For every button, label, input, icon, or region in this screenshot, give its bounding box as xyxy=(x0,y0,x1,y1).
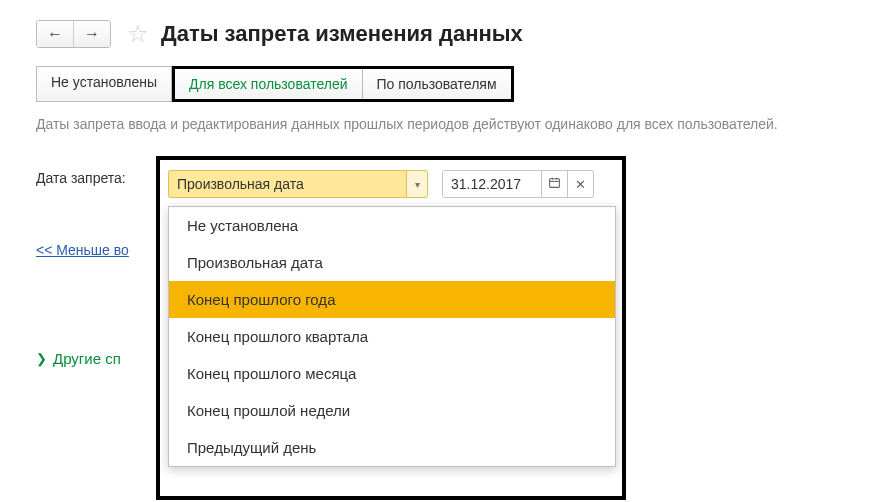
tabs-highlight-annotation: Для всех пользователей По пользователям xyxy=(172,66,513,102)
favorite-star-icon[interactable]: ☆ xyxy=(127,20,149,48)
calendar-button[interactable] xyxy=(542,170,568,198)
chevron-right-icon: ❯ xyxy=(36,351,47,366)
page-title: Даты запрета изменения данных xyxy=(161,21,523,47)
other-ways-label: Другие сп xyxy=(53,350,121,367)
tab-by-users[interactable]: По пользователям xyxy=(362,69,511,99)
dropdown-option[interactable]: Произвольная дата xyxy=(169,244,615,281)
nav-buttons: ← → xyxy=(36,20,111,48)
description-text: Даты запрета ввода и редактирования данн… xyxy=(36,116,860,132)
dropdown-option[interactable]: Конец прошлого месяца xyxy=(169,355,615,392)
clear-date-button[interactable]: ✕ xyxy=(568,170,594,198)
chevron-down-icon: ▾ xyxy=(415,179,420,190)
close-icon: ✕ xyxy=(575,177,586,192)
svg-rect-0 xyxy=(550,179,560,188)
dropdown-option[interactable]: Конец прошлой недели xyxy=(169,392,615,429)
forward-button[interactable]: → xyxy=(73,21,110,47)
dropdown-option-selected[interactable]: Конец прошлого года xyxy=(169,281,615,318)
date-input[interactable]: 31.12.2017 xyxy=(442,170,542,198)
dropdown-caret-button[interactable]: ▾ xyxy=(406,170,428,198)
date-mode-value: Произвольная дата xyxy=(168,170,406,198)
date-selector-highlight-annotation: Произвольная дата ▾ 31.12.2017 ✕ Не уста… xyxy=(156,156,626,500)
mode-tabs: Не установлены Для всех пользователей По… xyxy=(36,66,860,102)
dropdown-option[interactable]: Предыдущий день xyxy=(169,429,615,466)
back-button[interactable]: ← xyxy=(37,21,73,47)
other-ways-toggle[interactable]: ❯ Другие сп xyxy=(36,350,121,367)
dropdown-option[interactable]: Конец прошлого квартала xyxy=(169,318,615,355)
dropdown-option[interactable]: Не установлена xyxy=(169,207,615,244)
arrow-right-icon: → xyxy=(84,25,100,43)
arrow-left-icon: ← xyxy=(47,25,63,43)
date-mode-dropdown: Не установлена Произвольная дата Конец п… xyxy=(168,206,616,467)
calendar-icon xyxy=(548,176,561,192)
less-options-link[interactable]: << Меньше во xyxy=(36,242,129,258)
tab-not-set[interactable]: Не установлены xyxy=(36,66,172,102)
tab-all-users[interactable]: Для всех пользователей xyxy=(175,69,361,99)
date-mode-select[interactable]: Произвольная дата ▾ xyxy=(168,170,428,198)
date-field-label: Дата запрета: xyxy=(36,170,126,186)
